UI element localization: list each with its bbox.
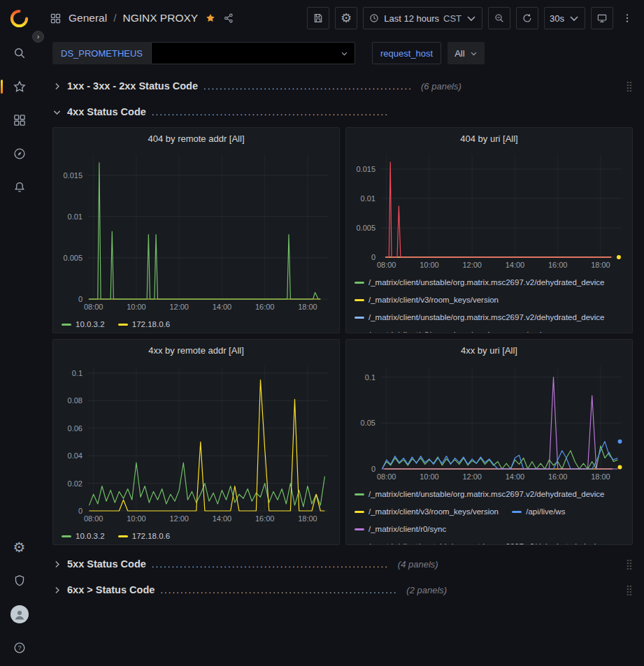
row-drag-handle[interactable]: ⣿ — [626, 80, 633, 92]
legend-item[interactable]: /_matrix/client/v3/room_keys/version — [355, 327, 499, 333]
panel-legend: /_matrix/client/unstable/org.matrix.msc2… — [346, 271, 632, 333]
row-header-6xx[interactable]: 6xx > Status Code ......................… — [52, 579, 633, 600]
row-header-4xx[interactable]: 4xx Status Code ........................… — [52, 101, 633, 122]
request-host-variable-value[interactable]: All — [448, 42, 484, 64]
legend-item[interactable]: 172.18.0.6 — [118, 528, 170, 544]
legend-item[interactable]: /_matrix/client/unstable/org.matrix.msc2… — [355, 275, 605, 291]
save-dashboard-button[interactable] — [307, 7, 329, 29]
svg-text:0.005: 0.005 — [63, 254, 83, 262]
sidebar-item-help[interactable]: ? — [0, 631, 38, 665]
dashboard-settings-button[interactable]: ⚙ — [335, 7, 357, 29]
refresh-button[interactable] — [516, 7, 538, 29]
svg-text:14:00: 14:00 — [506, 261, 525, 269]
svg-text:08:00: 08:00 — [84, 303, 103, 311]
more-options-button[interactable] — [619, 7, 636, 29]
svg-text:10:00: 10:00 — [127, 303, 146, 311]
legend-item[interactable]: /sw.js — [512, 327, 545, 333]
row-title: 5xx Status Code — [67, 558, 146, 570]
row-title-dots: ........................................… — [203, 81, 413, 92]
legend-item[interactable]: 172.18.0.6 — [118, 317, 170, 333]
monitor-icon — [596, 13, 608, 24]
time-range-picker[interactable]: Last 12 hours CST — [363, 7, 482, 29]
legend-item[interactable]: /_matrix/client/v3/room_keys/version — [355, 504, 499, 520]
sidebar-item-dashboards[interactable] — [0, 103, 38, 137]
svg-text:0: 0 — [78, 295, 83, 303]
svg-text:0: 0 — [371, 465, 375, 473]
series-color-swatch — [355, 317, 364, 319]
panel-legend: 10.0.3.2 172.18.0.6 — [53, 525, 339, 544]
timeseries-chart[interactable]: 08:0010:0012:0014:0016:0018:0000.0050.01… — [56, 149, 336, 313]
timeseries-chart[interactable]: 08:0010:0012:0014:0016:0018:0000.0050.01… — [349, 149, 629, 271]
svg-text:0.015: 0.015 — [63, 171, 83, 180]
legend-item[interactable]: 10.0.3.2 — [62, 528, 105, 544]
zoom-out-time-button[interactable] — [488, 7, 510, 29]
star-icon — [13, 80, 27, 94]
bell-icon — [13, 180, 27, 194]
sidebar-item-server-admin[interactable] — [0, 564, 38, 598]
panel-title[interactable]: 404 by remote addr [All] — [53, 128, 339, 149]
timeseries-chart[interactable]: 08:0010:0012:0014:0016:0018:0000.050.1 — [349, 361, 629, 483]
breadcrumb-separator: / — [113, 12, 116, 24]
breadcrumb-section[interactable]: General — [69, 12, 107, 24]
row-header-1xx-3xx-2xx[interactable]: 1xx - 3xx - 2xx Status Code ............… — [52, 75, 633, 96]
sidebar-item-settings[interactable]: ⚙ — [0, 530, 38, 564]
gear-icon: ⚙ — [341, 13, 352, 24]
legend-item[interactable]: /_matrix/client/v3/room_keys/version — [355, 292, 499, 308]
svg-text:0.06: 0.06 — [68, 424, 83, 433]
legend-label: /api/live/ws — [526, 504, 565, 520]
compass-icon — [13, 147, 27, 161]
legend-item[interactable]: /_matrix/client/unstable/org.matrix.msc2… — [355, 310, 605, 326]
chevron-down-icon — [52, 108, 62, 117]
row-title-dots: ........................................… — [152, 559, 389, 570]
row-title: 6xx > Status Code — [67, 584, 155, 595]
refresh-interval-label: 30s — [550, 13, 564, 24]
page-title[interactable]: NGINX PROXY — [122, 12, 198, 24]
legend-item[interactable]: /_matrix/client/unstable/org.matrix.msc2… — [355, 486, 605, 502]
legend-item[interactable]: /_matrix/client/unstable/org.matrix.msc2… — [355, 539, 605, 544]
sidebar-item-profile[interactable] — [0, 598, 38, 631]
datasource-variable-value[interactable] — [151, 42, 355, 64]
cycle-view-mode-button[interactable] — [591, 7, 613, 29]
row-panel-count: (4 panels) — [398, 559, 438, 570]
svg-text:0: 0 — [371, 253, 375, 261]
refresh-interval-picker[interactable]: 30s — [544, 7, 585, 29]
apps-grid-icon — [50, 13, 62, 24]
grafana-logo[interactable] — [0, 0, 38, 36]
request-host-variable-label[interactable]: request_host — [372, 42, 441, 64]
series-color-swatch — [512, 511, 522, 513]
legend-item[interactable]: 10.0.3.2 — [62, 317, 105, 333]
sidebar-item-search[interactable] — [0, 36, 38, 70]
sidebar-item-starred[interactable] — [0, 70, 38, 103]
legend-item[interactable]: /_matrix/client/r0/sync — [355, 521, 446, 537]
svg-text:14:00: 14:00 — [213, 514, 232, 523]
grafana-app: › — [0, 0, 644, 666]
legend-label: /_matrix/client/unstable/org.matrix.msc2… — [368, 275, 605, 291]
share-icon[interactable] — [223, 13, 234, 24]
dashboard-canvas: 1xx - 3xx - 2xx Status Code ............… — [38, 71, 644, 666]
legend-label: /_matrix/client/r0/sync — [368, 521, 446, 537]
row-drag-handle[interactable]: ⣿ — [626, 584, 633, 595]
favorite-star-icon[interactable] — [205, 13, 216, 24]
sidebar-item-alerting[interactable] — [0, 171, 38, 204]
active-indicator — [1, 80, 3, 94]
avatar — [10, 605, 29, 623]
series-color-swatch — [355, 299, 364, 301]
svg-text:10:00: 10:00 — [127, 514, 146, 523]
legend-label: 172.18.0.6 — [132, 528, 170, 544]
timeseries-chart[interactable]: 08:0010:0012:0014:0016:0018:0000.020.040… — [56, 361, 336, 525]
legend-item[interactable]: /api/live/ws — [512, 504, 565, 520]
sidebar-expand-button[interactable]: › — [32, 31, 44, 43]
panel-title[interactable]: 404 by uri [All] — [346, 128, 632, 149]
datasource-variable-label[interactable]: DS_PROMETHEUS — [52, 42, 151, 64]
row-header-5xx[interactable]: 5xx Status Code ........................… — [52, 553, 633, 574]
row-drag-handle[interactable]: ⣿ — [626, 558, 633, 570]
panel-404-by-remote-addr: 404 by remote addr [All] 08:0010:0012:00… — [52, 127, 340, 333]
search-icon — [13, 46, 27, 60]
shield-icon — [13, 574, 27, 588]
panel-title[interactable]: 4xx by uri [All] — [346, 340, 632, 361]
panel-title[interactable]: 4xx by remote addr [All] — [53, 340, 339, 361]
sidebar-item-explore[interactable] — [0, 137, 38, 171]
svg-text:08:00: 08:00 — [84, 514, 103, 523]
svg-text:12:00: 12:00 — [169, 514, 189, 523]
svg-text:?: ? — [17, 644, 21, 651]
